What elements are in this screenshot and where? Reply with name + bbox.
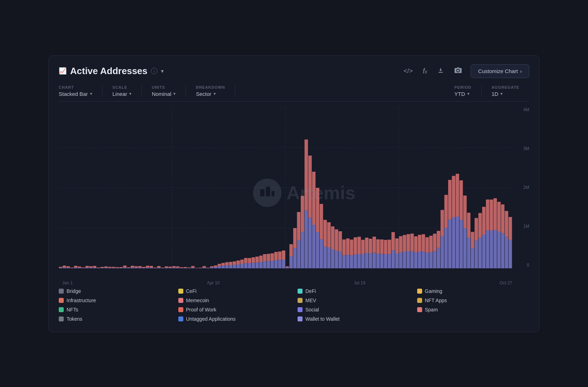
svg-rect-222 (456, 174, 459, 216)
svg-rect-214 (441, 210, 444, 236)
svg-rect-230 (471, 232, 474, 248)
chart-select[interactable]: Stacked Bar ▾ (59, 91, 92, 97)
svg-rect-88 (203, 266, 206, 267)
svg-rect-233 (478, 238, 482, 268)
period-select[interactable]: YTD ▾ (455, 91, 471, 97)
svg-rect-145 (312, 225, 316, 268)
breakdown-select[interactable]: Sector ▾ (196, 91, 225, 97)
header: 📈 Active Addresses i ▾ </> fx Customize … (59, 64, 529, 78)
svg-rect-72 (172, 266, 176, 267)
svg-rect-154 (327, 222, 331, 247)
svg-rect-157 (335, 251, 338, 268)
svg-rect-40 (112, 267, 115, 268)
svg-rect-129 (282, 259, 285, 268)
svg-rect-122 (267, 254, 270, 261)
svg-rect-206 (425, 237, 429, 253)
svg-rect-80 (187, 267, 191, 268)
legend-item: NFT Apps (417, 298, 530, 303)
legend-swatch (417, 307, 422, 312)
embed-button[interactable]: </> (402, 66, 414, 76)
legend-item: Proof of Work (178, 307, 291, 313)
svg-rect-76 (180, 267, 183, 268)
svg-rect-24 (82, 267, 85, 268)
svg-rect-179 (376, 254, 380, 268)
info-icon[interactable]: i (151, 68, 157, 74)
svg-rect-217 (448, 220, 452, 268)
svg-rect-92 (210, 266, 214, 267)
svg-rect-146 (312, 171, 316, 225)
svg-rect-109 (244, 263, 248, 268)
svg-rect-248 (505, 211, 508, 236)
svg-rect-225 (463, 228, 467, 268)
svg-rect-152 (324, 220, 327, 246)
period-chevron: ▾ (467, 91, 469, 96)
svg-rect-39 (112, 268, 115, 268)
svg-rect-120 (263, 254, 267, 261)
svg-rect-158 (335, 229, 338, 251)
svg-rect-221 (456, 216, 459, 268)
svg-rect-243 (497, 232, 501, 268)
svg-rect-42 (116, 267, 119, 268)
customize-chart-button[interactable]: Customize Chart › (471, 64, 529, 78)
y-label-0: 0 (527, 263, 529, 268)
y-label-2m: 2M (523, 185, 529, 190)
svg-rect-79 (187, 268, 191, 268)
svg-rect-104 (233, 261, 236, 265)
svg-rect-47 (127, 268, 131, 268)
svg-rect-95 (217, 266, 221, 268)
svg-rect-99 (225, 265, 229, 268)
svg-rect-204 (422, 234, 425, 251)
svg-rect-58 (146, 265, 149, 267)
svg-rect-125 (274, 260, 278, 268)
title-dropdown-icon[interactable]: ▾ (161, 68, 164, 74)
svg-rect-25 (85, 267, 89, 268)
chart-control: CHART Stacked Bar ▾ (59, 85, 103, 97)
legend-item: MEV (298, 298, 410, 303)
svg-rect-227 (467, 238, 471, 268)
svg-rect-195 (406, 251, 410, 268)
scale-chevron: ▾ (129, 91, 131, 96)
legend-label: Untagged Applications (186, 316, 236, 322)
legend-swatch (59, 289, 64, 294)
svg-rect-59 (149, 267, 153, 268)
svg-rect-238 (486, 199, 489, 230)
svg-rect-174 (365, 237, 368, 253)
svg-rect-160 (338, 231, 342, 251)
svg-rect-117 (259, 262, 263, 268)
svg-rect-132 (285, 266, 289, 267)
legend-label: NFT Apps (425, 298, 447, 303)
formula-button[interactable]: fx (421, 66, 429, 77)
legend-item: DeFi (298, 288, 410, 294)
svg-rect-63 (157, 268, 161, 268)
svg-rect-46 (123, 265, 127, 267)
x-axis: Jan 1 Apr 10 Jul 19 Oct 27 (59, 278, 529, 285)
svg-rect-60 (149, 266, 153, 268)
svg-rect-16 (67, 266, 70, 268)
svg-rect-93 (214, 267, 217, 268)
svg-rect-202 (418, 234, 421, 251)
download-button[interactable] (436, 65, 446, 77)
svg-rect-171 (361, 254, 365, 268)
units-select[interactable]: Nominal ▾ (152, 91, 175, 97)
svg-rect-247 (505, 237, 508, 268)
legend-label: Social (305, 307, 319, 313)
svg-rect-77 (184, 268, 187, 268)
svg-rect-177 (373, 252, 376, 268)
svg-rect-151 (324, 246, 327, 268)
x-label-oct: Oct 27 (500, 280, 512, 285)
svg-rect-138 (297, 212, 300, 240)
svg-rect-29 (93, 267, 96, 268)
svg-rect-178 (373, 237, 376, 252)
svg-rect-33 (100, 268, 104, 268)
period-control: PERIOD YTD ▾ (455, 85, 482, 97)
svg-rect-51 (135, 268, 138, 268)
svg-rect-85 (199, 268, 202, 268)
svg-rect-226 (463, 195, 467, 228)
svg-rect-131 (285, 267, 289, 268)
svg-rect-162 (342, 239, 346, 256)
screenshot-button[interactable] (453, 65, 463, 77)
legend-label: DeFi (305, 288, 316, 294)
scale-select[interactable]: Linear ▾ (112, 91, 132, 97)
aggregate-select[interactable]: 1D ▾ (492, 91, 519, 97)
svg-rect-142 (305, 139, 308, 210)
